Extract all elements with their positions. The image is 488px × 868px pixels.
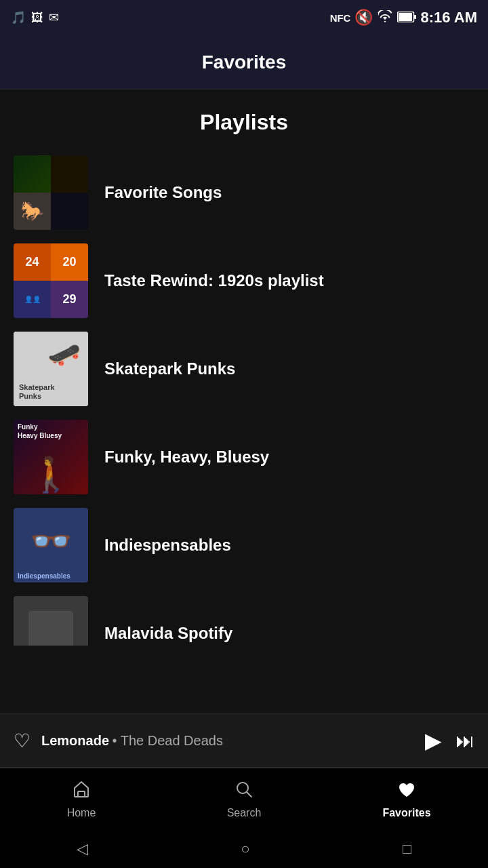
playlist-name: Skatepark Punks bbox=[104, 359, 235, 378]
nav-search-label: Search bbox=[227, 807, 262, 819]
nfc-icon: NFC bbox=[330, 12, 351, 24]
playlist-item[interactable]: FunkyHeavy Bluesy 🚶 Funky, Heavy, Bluesy bbox=[0, 413, 488, 501]
now-playing-song: Lemonade bbox=[41, 733, 109, 748]
page-title: Favorites bbox=[202, 52, 287, 73]
gmail-status-icon: ✉ bbox=[49, 10, 59, 25]
now-playing-separator: • bbox=[112, 733, 120, 748]
nav-favorites-label: Favorites bbox=[382, 807, 430, 819]
nav-home[interactable]: Home bbox=[0, 779, 163, 819]
playlist-thumbnail: Indiespensables 👓 bbox=[14, 508, 88, 583]
playlist-item[interactable]: 🐎 Favorite Songs bbox=[0, 149, 488, 237]
playlist-thumbnail: FunkyHeavy Bluesy 🚶 bbox=[14, 420, 88, 494]
bottom-nav: Home Search Favorites bbox=[0, 768, 488, 830]
android-nav-bar: ◁ ○ □ bbox=[0, 830, 488, 868]
now-playing-info: Lemonade • The Dead Deads bbox=[41, 733, 425, 749]
nav-favorites[interactable]: Favorites bbox=[325, 779, 488, 819]
status-bar-left-icons: 🎵 🖼 ✉ bbox=[11, 10, 59, 25]
playlist-item[interactable]: SkateparkPunks 🛹 Skatepark Punks bbox=[0, 325, 488, 413]
home-button[interactable]: ○ bbox=[241, 840, 249, 858]
playlist-item[interactable]: Malavida Spotify bbox=[0, 589, 488, 646]
svg-rect-1 bbox=[399, 13, 412, 21]
home-icon bbox=[71, 779, 92, 804]
player-controls: ▶ ⏭ bbox=[425, 728, 474, 753]
playlist-item[interactable]: Indiespensables 👓 Indiespensables bbox=[0, 501, 488, 589]
content-area: Playlists 🐎 Favorite Songs 24 20 👤👤 29 bbox=[0, 90, 488, 646]
playlist-name: Taste Rewind: 1920s playlist bbox=[104, 271, 324, 290]
playlist-thumbnail: 24 20 👤👤 29 bbox=[14, 243, 88, 318]
mute-icon: 🔇 bbox=[354, 9, 373, 26]
favorites-icon bbox=[396, 779, 417, 804]
mini-player[interactable]: ♡ Lemonade • The Dead Deads ▶ ⏭ bbox=[0, 713, 488, 768]
spotify-status-icon: 🎵 bbox=[11, 10, 26, 25]
playlist-thumbnail: 🐎 bbox=[14, 155, 88, 230]
photo-status-icon: 🖼 bbox=[31, 11, 43, 25]
playlist-name: Indiespensables bbox=[104, 536, 231, 555]
back-button[interactable]: ◁ bbox=[77, 840, 88, 858]
status-time: 8:16 AM bbox=[420, 9, 477, 26]
playlist-thumbnail bbox=[14, 596, 88, 646]
playlist-thumbnail: SkateparkPunks 🛹 bbox=[14, 332, 88, 406]
like-button[interactable]: ♡ bbox=[14, 730, 30, 752]
svg-line-5 bbox=[247, 792, 251, 797]
svg-rect-3 bbox=[78, 791, 85, 797]
status-bar-right: NFC 🔇 8:16 AM bbox=[330, 9, 477, 26]
playlist-name: Favorite Songs bbox=[104, 183, 222, 202]
next-button[interactable]: ⏭ bbox=[455, 730, 474, 752]
playlist-item[interactable]: 24 20 👤👤 29 Taste Rewind: 1920s playlist bbox=[0, 237, 488, 325]
playlists-section-title: Playlists bbox=[0, 90, 488, 149]
playlist-name: Funky, Heavy, Bluesy bbox=[104, 448, 269, 467]
nav-search[interactable]: Search bbox=[163, 779, 325, 819]
playlist-name: Malavida Spotify bbox=[104, 624, 232, 643]
search-icon bbox=[234, 779, 254, 804]
wifi-icon bbox=[377, 9, 393, 26]
recents-button[interactable]: □ bbox=[403, 840, 411, 858]
nav-home-label: Home bbox=[67, 807, 96, 819]
battery-icon bbox=[397, 9, 416, 26]
page-header: Favorites bbox=[0, 35, 488, 90]
play-button[interactable]: ▶ bbox=[425, 728, 442, 753]
svg-rect-2 bbox=[414, 15, 416, 19]
status-bar: 🎵 🖼 ✉ NFC 🔇 8:16 AM bbox=[0, 0, 488, 35]
now-playing-artist: The Dead Deads bbox=[121, 733, 223, 748]
